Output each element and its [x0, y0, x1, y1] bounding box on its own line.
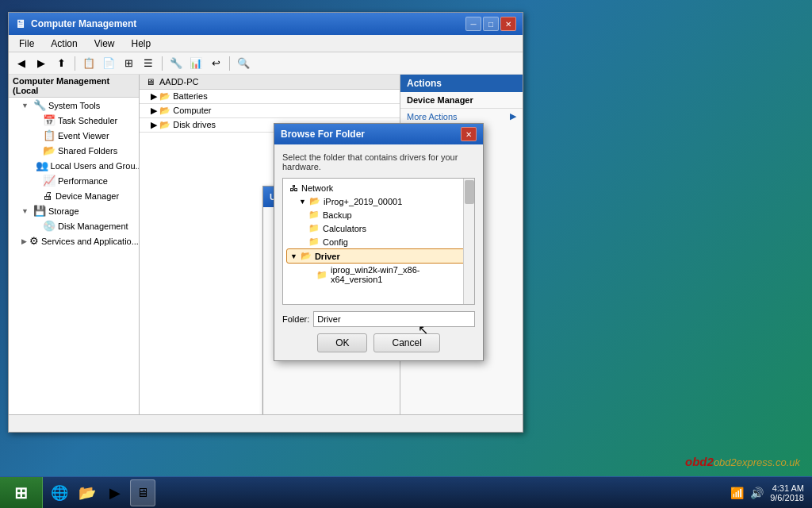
folder-calculators[interactable]: 📁 Calculators — [286, 221, 471, 235]
storage-label: Storage — [48, 206, 79, 216]
toolbar-separator-2 — [162, 56, 163, 71]
tree-device-manager[interactable]: 🖨 Device Manager — [9, 188, 139, 203]
back-toolbar-btn[interactable]: ◀ — [13, 55, 30, 72]
computer-item[interactable]: ▶ 📂 Computer — [140, 104, 400, 118]
browse-dialog-buttons: OK Cancel — [282, 333, 475, 352]
browse-controls: ✕ — [461, 127, 477, 141]
tree-root-label: Computer Management (Local — [13, 76, 109, 95]
tree-local-users[interactable]: 👥 Local Users and Grou... — [9, 158, 139, 173]
folder-iprog-version[interactable]: 📁 iprog_win2k-win7_x86-x64_version1 — [286, 264, 471, 286]
menu-help[interactable]: Help — [125, 37, 158, 51]
actions-header: Actions — [400, 75, 523, 92]
device-tree-header: 🖥 AADD-PC — [140, 75, 400, 90]
toolbar-separator-3 — [229, 56, 230, 71]
system-tools-icon: 🔧 — [33, 99, 46, 111]
folder-name-input[interactable] — [313, 311, 475, 327]
local-users-icon: 👥 — [36, 160, 48, 171]
minimize-button[interactable]: ─ — [465, 17, 481, 31]
toolbar-btn-7[interactable]: ↩ — [207, 55, 224, 72]
folder-iprog[interactable]: ▼ 📂 iProg+_2019_00001 — [286, 194, 471, 208]
menu-view[interactable]: View — [88, 37, 121, 51]
browse-close-button[interactable]: ✕ — [461, 127, 477, 141]
view2-btn[interactable]: 📄 — [100, 55, 117, 72]
toolbar-btn-6[interactable]: 📊 — [187, 55, 205, 72]
maximize-button[interactable]: □ — [483, 17, 499, 31]
shared-folders-icon: 📂 — [43, 144, 56, 156]
start-button[interactable]: ⊞ — [0, 477, 43, 509]
view3-btn[interactable]: ⊞ — [120, 55, 137, 72]
tree-event-viewer[interactable]: 📋 Event Viewer — [9, 128, 139, 143]
taskbar-pinned-icons: 🌐 📂 ▶ 🖥 — [43, 479, 159, 506]
computer-mgmt-taskbar-icon[interactable]: 🖥 — [130, 479, 155, 506]
folder-network[interactable]: 🖧 Network — [286, 182, 471, 194]
watermark: obd2obd2express.co.uk — [685, 455, 800, 468]
version-icon: 📁 — [316, 270, 327, 280]
version-label: iprog_win2k-win7_x86-x64_version1 — [331, 265, 468, 284]
tree-task-scheduler[interactable]: 📅 Task Scheduler — [9, 113, 139, 128]
view1-btn[interactable]: 📋 — [80, 55, 98, 72]
expand-icon-system-tools: ▼ — [21, 102, 31, 110]
shared-folders-label: Shared Folders — [58, 146, 117, 156]
media-icon[interactable]: ▶ — [102, 479, 128, 506]
ie-icon[interactable]: 🌐 — [47, 479, 72, 506]
expand-icon-task — [31, 117, 40, 125]
volume-icon: 🔊 — [750, 487, 764, 499]
left-panel: Computer Management (Local ▼ 🔧 System To… — [9, 75, 140, 432]
disk-management-label: Disk Management — [58, 221, 128, 231]
performance-label: Performance — [58, 176, 108, 186]
forward-toolbar-btn[interactable]: ▶ — [33, 55, 50, 72]
tree-system-tools[interactable]: ▼ 🔧 System Tools — [9, 98, 139, 113]
folder-backup[interactable]: 📁 Backup — [286, 208, 471, 221]
config-icon: 📁 — [308, 237, 320, 247]
toolbar-separator-1 — [75, 56, 75, 71]
toolbar-btn-5[interactable]: 🔧 — [167, 55, 185, 72]
more-actions-label: More Actions — [407, 112, 458, 121]
folder-name-row: Folder: — [282, 311, 475, 327]
menu-file[interactable]: File — [13, 37, 40, 51]
browse-ok-button[interactable]: OK — [317, 333, 367, 352]
view4-btn[interactable]: ☰ — [140, 55, 157, 72]
services-label: Services and Applicatio... — [41, 237, 139, 246]
batteries-item[interactable]: ▶ 📂 Batteries — [140, 90, 400, 104]
tree-header: Computer Management (Local — [9, 75, 139, 98]
date-display: 9/6/2018 — [770, 493, 804, 502]
up-toolbar-btn[interactable]: ⬆ — [52, 55, 70, 72]
menu-action[interactable]: Action — [44, 37, 83, 51]
browse-titlebar: Browse For Folder ✕ — [274, 124, 483, 144]
toolbar-btn-8[interactable]: 🔍 — [235, 55, 252, 72]
driver-expand-icon: ▼ — [290, 252, 297, 260]
storage-icon: 💾 — [33, 205, 46, 217]
device-manager-label: Device Manager — [56, 191, 119, 201]
performance-icon: 📈 — [43, 175, 56, 187]
tree-shared-folders[interactable]: 📂 Shared Folders — [9, 143, 139, 158]
iprog-label: iProg+_2019_00001 — [324, 197, 402, 206]
scrollbar-thumb — [465, 180, 474, 204]
folder-config[interactable]: 📁 Config — [286, 235, 471, 248]
main-titlebar: 🖥 Computer Management ─ □ ✕ — [9, 13, 523, 35]
status-text — [15, 419, 17, 429]
network-icon: 🖧 — [289, 183, 298, 193]
driver-icon: 📂 — [301, 251, 312, 261]
computer-management-icon: 🖥 — [15, 17, 26, 30]
more-actions-item[interactable]: More Actions ▶ — [400, 109, 523, 124]
system-tools-label: System Tools — [48, 101, 100, 110]
config-label: Config — [323, 237, 348, 247]
action-section-title: Device Manager — [400, 92, 523, 109]
folder-tree[interactable]: 🖧 Network ▼ 📂 iProg+_2019_00001 📁 Backup… — [282, 178, 475, 305]
driver-label: Driver — [315, 252, 340, 261]
folder-tree-scrollbar[interactable] — [463, 179, 474, 304]
tree-disk-management[interactable]: 💿 Disk Management — [9, 218, 139, 233]
tree-storage[interactable]: ▼ 💾 Storage — [9, 203, 139, 218]
tree-performance[interactable]: 📈 Performance — [9, 173, 139, 188]
more-actions-arrow: ▶ — [510, 111, 516, 121]
tree-services[interactable]: ▶ ⚙ Services and Applicatio... — [9, 233, 139, 248]
disk-management-icon: 💿 — [43, 220, 56, 232]
expand-icon-perf — [31, 177, 40, 185]
explorer-icon[interactable]: 📂 — [75, 479, 100, 506]
browse-cancel-button[interactable]: Cancel — [373, 333, 439, 352]
status-bar — [9, 414, 523, 432]
expand-icon-device — [31, 192, 40, 200]
folder-driver[interactable]: ▼ 📂 Driver — [286, 248, 471, 264]
browse-instruction: Select the folder that contains drivers … — [282, 152, 475, 171]
close-button[interactable]: ✕ — [500, 17, 516, 31]
